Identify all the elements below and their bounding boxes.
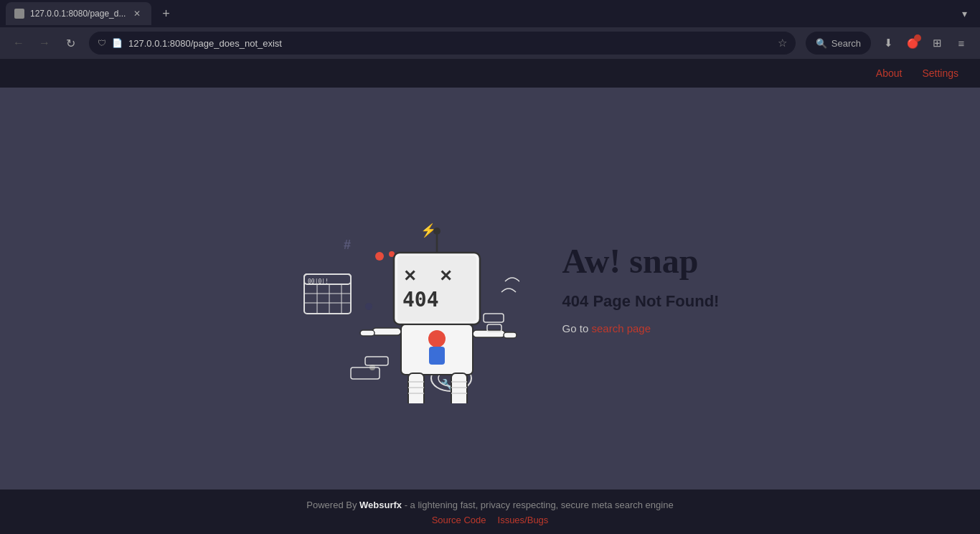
svg-rect-18 <box>351 367 380 379</box>
browser-chrome: 127.0.0.1:8080/page_d... ✕ + ▾ ← → ↻ 🛡 📄… <box>0 0 980 59</box>
address-path: :8080/page_does_not_exist <box>167 38 282 49</box>
address-text: 127.0.0.1:8080/page_does_not_exist <box>128 38 772 49</box>
menu-button[interactable]: ≡ <box>950 32 973 55</box>
svg-point-28 <box>433 228 440 235</box>
tab-bar: 127.0.0.1:8080/page_d... ✕ + ▾ <box>0 0 980 27</box>
svg-rect-33 <box>360 330 374 336</box>
svg-text:#: # <box>344 238 351 252</box>
address-bar[interactable]: 🛡 📄 127.0.0.1:8080/page_does_not_exist ☆ <box>89 32 796 55</box>
footer-tagline: Powered By Websurfx - a lightening fast,… <box>306 500 673 510</box>
new-tab-button[interactable]: + <box>156 4 176 24</box>
svg-text:00|0|!: 00|0|! <box>308 278 329 285</box>
reload-icon: ↻ <box>66 37 75 50</box>
error-subheading: 404 Page Not Found! <box>562 292 720 311</box>
tab-close-button[interactable]: ✕ <box>131 8 143 19</box>
error-container: # ⚡ 🔧 00|0|! <box>261 174 720 403</box>
back-button[interactable]: ← <box>7 32 30 55</box>
error-text-area: Aw! snap 404 Page Not Found! Go to searc… <box>562 243 720 334</box>
goto-prefix: Go to <box>562 322 592 334</box>
svg-point-4 <box>365 303 372 310</box>
lock-icon: 📄 <box>112 38 123 48</box>
robot-illustration: # ⚡ 🔧 00|0|! <box>261 174 519 403</box>
download-icon: ⬇ <box>884 37 893 50</box>
footer: Powered By Websurfx - a lightening fast,… <box>0 490 980 534</box>
error-heading: Aw! snap <box>562 243 720 281</box>
extensions-button[interactable]: ⊞ <box>925 32 948 55</box>
svg-text:✕: ✕ <box>403 267 416 285</box>
svg-text:404: 404 <box>402 288 439 312</box>
bookmark-star-icon[interactable]: ☆ <box>778 37 787 50</box>
search-icon: 🔍 <box>816 38 827 49</box>
svg-rect-36 <box>408 373 424 403</box>
tagline-text: - a lightening fast, privacy respecting,… <box>402 500 674 510</box>
forward-button[interactable]: → <box>33 32 56 55</box>
svg-rect-38 <box>451 373 467 403</box>
app-navigation: About Settings <box>0 59 980 88</box>
search-button[interactable]: 🔍 Search <box>806 32 871 55</box>
brand-name: Websurfx <box>359 500 402 510</box>
shield-icon: 🛡 <box>98 38 106 48</box>
about-link[interactable]: About <box>869 65 910 82</box>
svg-point-1 <box>375 252 384 261</box>
footer-links: Source Code Issues/Bugs <box>432 515 549 525</box>
tab-dropdown-button[interactable]: ▾ <box>954 4 974 24</box>
search-label: Search <box>831 38 861 49</box>
svg-point-30 <box>428 330 446 347</box>
hamburger-icon: ≡ <box>958 37 965 50</box>
nav-right-buttons: ⬇ 🔴 ⊞ ≡ <box>877 32 973 55</box>
svg-rect-31 <box>429 347 445 365</box>
settings-link[interactable]: Settings <box>915 65 966 82</box>
address-host: 127.0.0.1 <box>128 38 167 49</box>
reload-button[interactable]: ↻ <box>59 32 82 55</box>
back-icon: ← <box>13 37 24 50</box>
search-page-link[interactable]: search page <box>591 322 651 334</box>
svg-rect-47 <box>484 314 504 322</box>
extension-badge <box>914 34 921 42</box>
active-tab[interactable]: 127.0.0.1:8080/page_d... ✕ <box>6 2 151 25</box>
ublock-extension-button[interactable]: 🔴 <box>901 32 924 55</box>
navigation-bar: ← → ↻ 🛡 📄 127.0.0.1:8080/page_does_not_e… <box>0 27 980 59</box>
powered-by-text: Powered By <box>306 500 359 510</box>
forward-icon: → <box>39 37 50 50</box>
svg-rect-19 <box>365 357 388 365</box>
tab-title: 127.0.0.1:8080/page_d... <box>30 9 126 19</box>
tab-favicon <box>14 9 24 19</box>
download-button[interactable]: ⬇ <box>877 32 900 55</box>
source-code-link[interactable]: Source Code <box>432 515 486 525</box>
puzzle-icon: ⊞ <box>933 37 942 50</box>
svg-rect-35 <box>504 332 517 338</box>
issues-link[interactable]: Issues/Bugs <box>498 515 549 525</box>
error-goto: Go to search page <box>562 322 720 334</box>
main-content: # ⚡ 🔧 00|0|! <box>0 88 980 490</box>
svg-rect-32 <box>372 328 401 335</box>
svg-text:✕: ✕ <box>439 267 452 285</box>
